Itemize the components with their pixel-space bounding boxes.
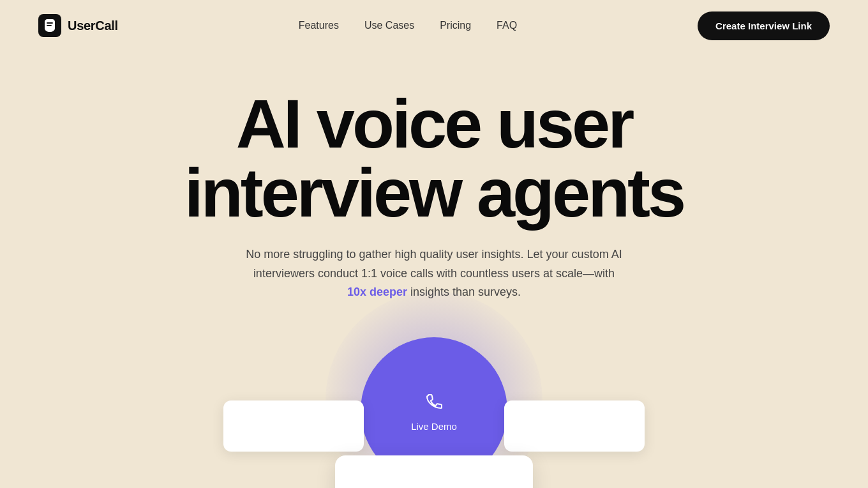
demo-label: Live Demo	[411, 421, 457, 432]
phone-icon	[422, 390, 446, 415]
logo-icon	[38, 14, 61, 37]
nav-pricing[interactable]: Pricing	[440, 20, 471, 31]
nav-faq[interactable]: FAQ	[497, 20, 517, 31]
navbar: UserCall Features Use Cases Pricing FAQ …	[0, 0, 868, 51]
side-card-right	[504, 400, 645, 452]
logo-link[interactable]: UserCall	[38, 14, 118, 37]
hero-title: AI voice user interview agents	[184, 89, 684, 227]
demo-section: Live Demo	[26, 334, 842, 487]
ui-preview-card	[335, 455, 533, 488]
nav-features[interactable]: Features	[299, 20, 339, 31]
hero-section: AI voice user interview agents No more s…	[0, 51, 868, 487]
nav-use-cases[interactable]: Use Cases	[364, 20, 414, 31]
create-interview-link-button[interactable]: Create Interview Link	[698, 11, 830, 40]
nav-links: Features Use Cases Pricing FAQ	[299, 20, 517, 31]
side-card-left	[223, 400, 364, 452]
logo-text: UserCall	[68, 19, 118, 33]
